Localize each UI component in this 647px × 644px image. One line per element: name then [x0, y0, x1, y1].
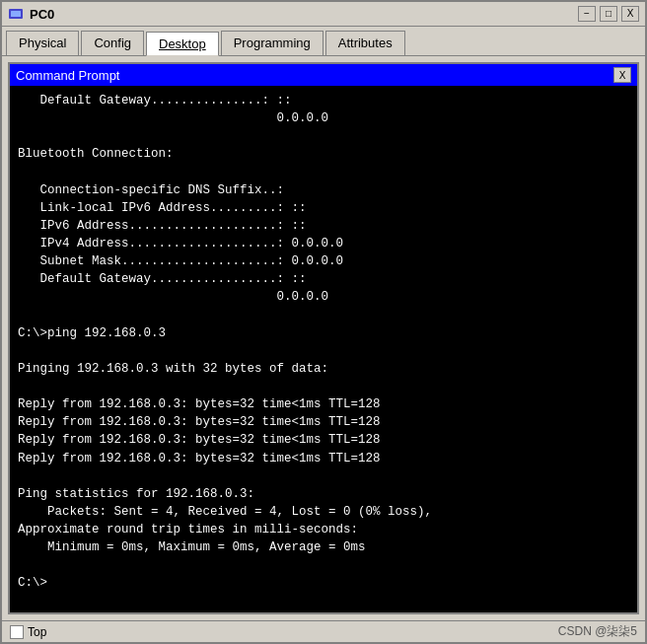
window-icon: [8, 6, 24, 22]
title-bar: PC0 − □ X: [2, 2, 645, 27]
cmd-title-bar: Command Prompt X: [10, 64, 637, 86]
top-label: Top: [28, 625, 46, 639]
window-title: PC0: [30, 7, 54, 22]
cmd-body[interactable]: Default Gateway...............: :: 0.0.0…: [10, 86, 637, 612]
top-checkbox[interactable]: [10, 625, 24, 639]
cmd-title-text: Command Prompt: [16, 68, 119, 83]
minimize-button[interactable]: −: [578, 6, 596, 22]
svg-rect-1: [11, 11, 21, 17]
close-button[interactable]: X: [621, 6, 639, 22]
main-window: PC0 − □ X Physical Config Desktop Progra…: [0, 0, 647, 644]
status-bar: Top CSDN @柒柒5: [2, 620, 645, 642]
cmd-close-button[interactable]: X: [613, 67, 631, 83]
cmd-window: Command Prompt X Default Gateway........…: [8, 62, 639, 614]
tab-desktop[interactable]: Desktop: [146, 32, 219, 56]
tab-bar: Physical Config Desktop Programming Attr…: [2, 27, 645, 56]
title-bar-left: PC0: [8, 6, 54, 22]
content-area: Command Prompt X Default Gateway........…: [2, 56, 645, 620]
title-buttons: − □ X: [578, 6, 639, 22]
status-left: Top: [10, 625, 46, 639]
tab-attributes[interactable]: Attributes: [325, 31, 405, 55]
tab-physical[interactable]: Physical: [6, 31, 79, 55]
maximize-button[interactable]: □: [600, 6, 617, 22]
tab-programming[interactable]: Programming: [221, 31, 324, 55]
tab-config[interactable]: Config: [81, 31, 144, 55]
watermark: CSDN @柒柒5: [558, 623, 637, 640]
